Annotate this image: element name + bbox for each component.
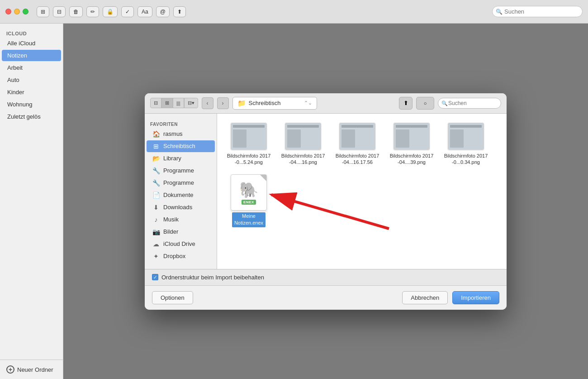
camera-icon: 📷	[152, 228, 160, 235]
options-button[interactable]: Optionen	[152, 291, 193, 304]
font-button[interactable]: Aa	[138, 6, 152, 17]
trash-button[interactable]: 🗑	[69, 6, 83, 17]
maximize-button[interactable]	[23, 9, 28, 14]
finder-sidebar-musik[interactable]: ♪ Musik	[147, 214, 215, 225]
tag-button[interactable]: ○	[416, 97, 434, 110]
new-folder-button[interactable]: + Neuer Ordner	[6, 365, 57, 374]
finder-sidebar-rasmus[interactable]: 🏠 rasmus	[147, 128, 215, 140]
svg-line-1	[271, 195, 389, 229]
finder-sidebar: Favoriten 🏠 rasmus ⊞ Schreibtisch	[145, 114, 217, 269]
finder-sidebar-library-label: Library	[163, 155, 181, 162]
grid-small-icon: ⊞	[152, 143, 160, 150]
main-content-bg: ⊟ ⊞ ||| ⊟▾	[63, 24, 588, 379]
file-item-img3[interactable]: Bildschirmfoto 2017-04...16.17.56	[335, 123, 380, 166]
view-btn-gallery[interactable]: ⊟▾	[184, 98, 198, 108]
file-item-img4[interactable]: Bildschirmfoto 2017-04....39.png	[389, 123, 434, 166]
enex-badge: ENEX	[242, 200, 256, 205]
screenshot-preview-img5	[448, 123, 484, 149]
ordner-checkbox[interactable]: ✓	[152, 274, 158, 280]
elephant-icon: 🐘	[239, 181, 258, 199]
screenshot-preview-img3	[340, 123, 375, 149]
finder-sidebar-programme1[interactable]: 🔧 Programme	[147, 165, 215, 177]
search-icon-modal: 🔍	[441, 100, 448, 106]
search-input-titlebar[interactable]	[492, 6, 583, 17]
location-label: Schreibtisch	[249, 100, 281, 106]
screenshot-preview-img1	[231, 123, 266, 149]
finder-sidebar-musik-label: Musik	[163, 216, 179, 223]
file-item-img2[interactable]: Bildschirmfoto 2017-04....16.png	[280, 123, 326, 166]
sidebar-left-header: iCloud	[0, 28, 63, 37]
music-icon: ♪	[152, 216, 160, 223]
grid-icon: ⊟	[57, 9, 62, 15]
file-item-enex[interactable]: 🐘 ENEX MeineNotizen.enex	[226, 174, 271, 227]
cancel-button[interactable]: Abbrechen	[402, 291, 448, 304]
modal-dialog: ⊟ ⊞ ||| ⊟▾	[145, 93, 507, 310]
apps-icon-1: 🔧	[152, 167, 160, 174]
view-gallery-icon: ⊟▾	[188, 100, 194, 106]
share-button-modal[interactable]: ⬆	[399, 97, 413, 110]
edit-button[interactable]: ✏	[86, 6, 99, 17]
import-button[interactable]: Importieren	[452, 291, 499, 304]
sidebar-item-arbeit[interactable]: Arbeit	[2, 62, 61, 73]
finder-sidebar-schreibtisch[interactable]: ⊞ Schreibtisch	[147, 140, 215, 152]
columns-view-button[interactable]: ⊞	[37, 6, 49, 17]
view-btn-column[interactable]: |||	[173, 98, 184, 108]
file-thumbnail-img5	[448, 123, 484, 150]
file-name-img3: Bildschirmfoto 2017-04...16.17.56	[335, 153, 380, 166]
sidebar-item-kinder-label: Kinder	[7, 89, 24, 96]
checkbox-wrap: ✓ Ordnerstruktur beim Import beibehalten	[152, 274, 264, 281]
finder-sidebar-dropbox[interactable]: ✦ Dropbox	[147, 250, 215, 262]
close-button[interactable]	[5, 9, 11, 14]
sidebar-item-auto-label: Auto	[7, 77, 19, 83]
sidebar-item-wohnung[interactable]: Wohnung	[2, 99, 61, 110]
finder-sidebar-dokumente-label: Dokumente	[163, 192, 193, 198]
minimize-button[interactable]	[14, 9, 20, 14]
chevron-icon: ⌃⌄	[304, 100, 312, 106]
sidebar-item-notizen[interactable]: Notizen	[2, 50, 61, 61]
share-icon-titlebar: ⬆	[177, 9, 182, 15]
location-bar[interactable]: 📁 Schreibtisch ⌃⌄	[232, 97, 317, 110]
favorites-header: Favoriten	[145, 120, 217, 128]
file-item-img1[interactable]: Bildschirmfoto 2017-0...5.24.png	[226, 123, 271, 166]
dialog-buttons: Optionen Abbrechen Importieren	[145, 285, 507, 310]
finder-sidebar-rasmus-label: rasmus	[163, 130, 183, 137]
cloud-icon: ☁	[152, 240, 160, 248]
file-thumbnail-img4	[394, 123, 430, 150]
finder-sidebar-library[interactable]: 📂 Library	[147, 153, 215, 164]
lock-icon: 🔒	[107, 9, 114, 15]
finder-sidebar-programme2[interactable]: 🔧 Programme	[147, 177, 215, 189]
finder-sidebar-schreibtisch-label: Schreibtisch	[163, 143, 195, 149]
view-btn-grid[interactable]: ⊞	[161, 98, 173, 108]
view-buttons: ⊟ ⊞ ||| ⊟▾	[150, 98, 198, 108]
screenshot-preview-img4	[394, 123, 429, 149]
file-item-img5[interactable]: Bildschirmfoto 2017-0...0.34.png	[443, 123, 488, 166]
file-name-img5: Bildschirmfoto 2017-0...0.34.png	[443, 153, 488, 166]
finder-sidebar-icloud[interactable]: ☁ iCloud Drive	[147, 238, 215, 250]
finder-sidebar-bilder[interactable]: 📷 Bilder	[147, 226, 215, 238]
file-name-img2: Bildschirmfoto 2017-04....16.png	[280, 153, 326, 166]
finder-sidebar-downloads-label: Downloads	[163, 204, 192, 211]
enex-thumbnail: 🐘 ENEX	[231, 174, 267, 211]
finder-sidebar-dokumente[interactable]: 📄 Dokumente	[147, 189, 215, 201]
sidebar-item-kinder[interactable]: Kinder	[2, 86, 61, 98]
sidebar-item-wohnung-label: Wohnung	[7, 101, 32, 108]
view-grid-icon: ⊞	[165, 100, 169, 106]
download-icon: ⬇	[152, 204, 160, 211]
file-name-img1: Bildschirmfoto 2017-0...5.24.png	[226, 153, 271, 166]
trash-icon: 🗑	[73, 9, 79, 15]
finder-sidebar-downloads[interactable]: ⬇ Downloads	[147, 201, 215, 213]
lock-button[interactable]: 🔒	[103, 6, 118, 17]
finder-bottom-bar: ✓ Ordnerstruktur beim Import beibehalten	[145, 269, 507, 285]
finder-sidebar-icloud-label: iCloud Drive	[163, 240, 195, 247]
forward-button[interactable]: ›	[217, 97, 229, 109]
sidebar-item-auto[interactable]: Auto	[2, 74, 61, 86]
at-icon: @	[160, 9, 166, 15]
sidebar-item-zuletzt[interactable]: Zuletzt gelös	[2, 111, 61, 122]
at-button[interactable]: @	[156, 6, 170, 17]
grid-view-button[interactable]: ⊟	[53, 6, 66, 17]
sidebar-item-alle[interactable]: Alle iCloud	[2, 38, 61, 49]
back-button[interactable]: ‹	[202, 97, 213, 109]
view-btn-icon[interactable]: ⊟	[150, 98, 161, 108]
share-button-titlebar[interactable]: ⬆	[173, 6, 186, 17]
check-button[interactable]: ✓	[121, 6, 134, 17]
